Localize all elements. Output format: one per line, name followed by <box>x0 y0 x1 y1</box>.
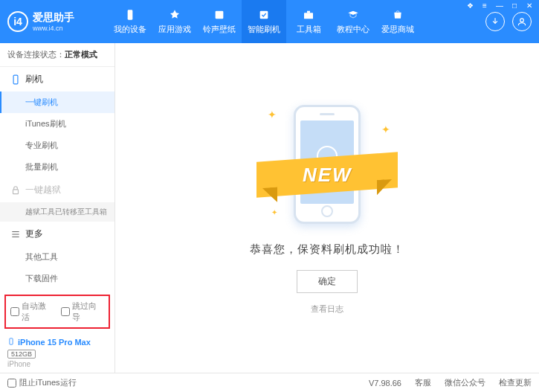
ok-button[interactable]: 确定 <box>297 270 358 293</box>
svg-point-5 <box>520 19 524 22</box>
app-title: 爱思助手 <box>33 11 74 25</box>
svg-rect-8 <box>10 338 13 344</box>
svg-rect-0 <box>128 10 133 19</box>
nav-ringtones[interactable]: 铃声壁纸 <box>197 0 242 43</box>
options-panel: 自动激活 跳过向导 <box>4 295 110 329</box>
svg-rect-1 <box>216 11 224 19</box>
settings-icon[interactable]: ❖ <box>465 1 475 10</box>
nav-tutorials[interactable]: 教程中心 <box>331 0 375 43</box>
svg-rect-7 <box>13 189 19 193</box>
header: i4 爱思助手 www.i4.cn 我的设备 应用游戏 铃声壁纸 智能刷机 工具… <box>0 0 539 43</box>
menu-one-click-flash[interactable]: 一键刷机 <box>0 91 114 113</box>
ribbon-text: NEW <box>303 164 352 187</box>
download-button[interactable] <box>485 12 505 31</box>
menu-group-jailbreak: 一键越狱 <box>0 178 114 202</box>
menu-itunes-flash[interactable]: iTunes刷机 <box>0 113 114 135</box>
device-name[interactable]: iPhone 15 Pro Max <box>7 336 107 348</box>
device-phone-icon <box>7 336 15 348</box>
app-subtitle: www.i4.cn <box>33 25 74 32</box>
device-info: iPhone 15 Pro Max 512GB iPhone <box>0 332 114 373</box>
logo-icon: i4 <box>7 11 28 32</box>
footer: 阻止iTunes运行 V7.98.66 客服 微信公众号 检查更新 <box>0 373 539 392</box>
jailbreak-note: 越狱工具已转移至工具箱 <box>0 202 114 222</box>
svg-rect-3 <box>304 13 313 19</box>
auto-activate-checkbox[interactable]: 自动激活 <box>10 301 54 323</box>
footer-support[interactable]: 客服 <box>415 377 431 388</box>
menu-other-tools[interactable]: 其他工具 <box>0 246 114 268</box>
profile-button[interactable] <box>512 12 532 31</box>
svg-rect-2 <box>260 11 268 19</box>
footer-wechat[interactable]: 微信公众号 <box>445 377 485 388</box>
top-nav: 我的设备 应用游戏 铃声壁纸 智能刷机 工具箱 教程中心 爱思商城 <box>108 0 485 43</box>
footer-update[interactable]: 检查更新 <box>499 377 532 388</box>
device-model: iPhone <box>7 360 107 368</box>
main-content: ✦ ✦ ✦ NEW 恭喜您，保资料刷机成功啦！ 确定 查看日志 <box>115 43 539 373</box>
maximize-icon[interactable]: □ <box>509 1 520 10</box>
storage-badge: 512GB <box>7 350 36 359</box>
menu-download-firmware[interactable]: 下载固件 <box>0 268 114 289</box>
skip-guide-checkbox[interactable]: 跳过向导 <box>61 301 104 323</box>
logo[interactable]: i4 爱思助手 www.i4.cn <box>7 11 108 32</box>
list-icon <box>10 229 21 240</box>
svg-rect-6 <box>13 75 18 84</box>
device-status: 设备连接状态：正常模式 <box>0 43 114 67</box>
menu-group-flash[interactable]: 刷机 <box>0 67 114 91</box>
block-itunes-checkbox[interactable]: 阻止iTunes运行 <box>7 377 77 388</box>
nav-toolbox[interactable]: 工具箱 <box>286 0 331 43</box>
success-message: 恭喜您，保资料刷机成功啦！ <box>250 242 404 257</box>
menu-group-more[interactable]: 更多 <box>0 222 114 246</box>
version-label: V7.98.66 <box>369 379 401 388</box>
close-icon[interactable]: ✕ <box>524 1 535 10</box>
nav-store[interactable]: 爱思商城 <box>375 0 420 43</box>
menu-pro-flash[interactable]: 专业刷机 <box>0 135 114 156</box>
phone-icon <box>10 74 21 85</box>
tray-icon[interactable]: ≡ <box>480 1 490 10</box>
view-log-link[interactable]: 查看日志 <box>311 303 343 315</box>
svg-rect-4 <box>307 11 310 13</box>
menu-advanced[interactable]: 高级功能 <box>0 289 114 292</box>
sidebar: 设备连接状态：正常模式 刷机 一键刷机 iTunes刷机 专业刷机 批量刷机 一… <box>0 43 115 373</box>
nav-my-device[interactable]: 我的设备 <box>108 0 152 43</box>
lock-icon <box>10 185 21 196</box>
minimize-icon[interactable]: ― <box>494 1 505 10</box>
nav-flash[interactable]: 智能刷机 <box>242 0 286 43</box>
nav-apps[interactable]: 应用游戏 <box>152 0 197 43</box>
success-illustration: ✦ ✦ ✦ NEW <box>260 101 394 228</box>
menu-batch-flash[interactable]: 批量刷机 <box>0 156 114 178</box>
